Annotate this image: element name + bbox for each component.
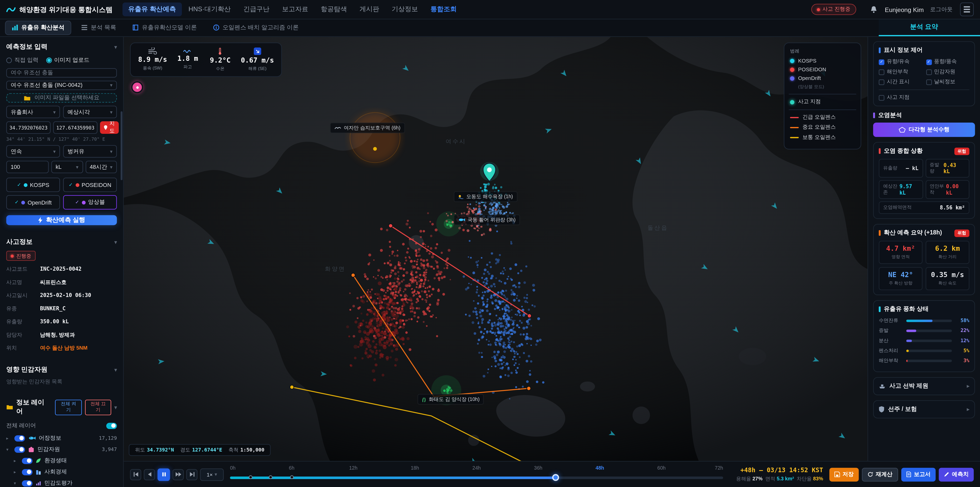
layer-row-socioeconomic[interactable]: ▸ 사회경제 — [6, 468, 117, 476]
pick-on-map-button[interactable]: 지도 — [100, 121, 118, 134]
run-prediction-button[interactable]: 확산예측 실행 — [6, 215, 117, 225]
spill-mode-select[interactable]: 연속▾ — [6, 145, 60, 158]
skip-to-end-button[interactable] — [186, 469, 197, 480]
timeline-event-marker[interactable] — [249, 475, 253, 479]
expected-time-select[interactable]: 예상시각▾ — [63, 106, 117, 118]
model-chip-opendrift[interactable]: ✓OpenDrift — [6, 195, 60, 209]
analysis-summary-header[interactable]: 분석 요약 — [868, 19, 980, 36]
layer-toggle[interactable] — [22, 457, 33, 463]
timeline-event-marker[interactable] — [269, 475, 273, 479]
collapse-chevron-icon[interactable]: ▾ — [115, 44, 117, 50]
longitude-input[interactable]: 127.674359903 — [53, 121, 97, 134]
timeline-slider[interactable]: 0h 6h 12h 18h 24h 36h 48h 60h 72h — [230, 464, 723, 485]
poi-label-seaweed-farm[interactable]: 화태도 김 양식장 (10h) — [417, 394, 484, 405]
timeline-track[interactable] — [230, 476, 723, 479]
master-layer-toggle[interactable] — [106, 422, 117, 428]
spill-company-select[interactable]: 유출회사▾ — [6, 106, 60, 118]
skip-to-start-button[interactable] — [130, 469, 141, 480]
layer-toggle[interactable] — [14, 435, 25, 441]
map-status-bar: 위도34.7392°N 경도127.6744°E 축척1:50,000 — [129, 444, 270, 456]
sensitive-section-subtitle: 영향받는 민감자원 목록 — [6, 378, 117, 386]
checkbox-wind[interactable]: ✓풍향/풍속 — [926, 58, 969, 65]
tab-analysis-list[interactable]: 분석 목록 — [75, 21, 122, 34]
model-chip-ensemble[interactable]: ✓앙상블 — [63, 195, 117, 209]
unit-select[interactable]: kL▾ — [51, 161, 83, 173]
radio-direct-input[interactable]: 직접 입력 — [6, 56, 38, 64]
poi-label-fish-market[interactable]: 국동 활어 위판장 (3h) — [454, 214, 520, 225]
layer-toggle[interactable] — [14, 446, 25, 452]
layers-all-off-button[interactable]: 전체 끄기 — [85, 399, 111, 415]
layer-row-sensitivity-eval[interactable]: ▾ 민감도평가 — [6, 479, 117, 487]
section-accent-icon — [879, 230, 880, 236]
nav-item-aerial-search[interactable]: 항공탐색 — [315, 3, 353, 16]
recalculate-button[interactable]: 재계산 — [862, 468, 898, 481]
checkbox-current[interactable]: ✓유향/유속 — [879, 58, 922, 65]
nav-item-weather[interactable]: 기상정보 — [386, 3, 424, 16]
checkbox-shore-adhesion[interactable]: ✓해안부착 — [879, 68, 922, 76]
playback-controls: 1×▾ — [130, 468, 224, 481]
model-chip-poseidon[interactable]: ✓POSEIDON — [63, 178, 117, 192]
collapse-chevron-icon[interactable]: ▾ — [115, 404, 117, 410]
incident-active-badge[interactable]: 사고 진행중 — [811, 4, 856, 15]
forecast-cell-speed: 0.35 m/s확산 속도 — [926, 267, 969, 291]
fast-forward-button[interactable] — [172, 469, 184, 480]
layer-row-eco[interactable]: ▸ 환경생태 — [6, 457, 117, 465]
layer-toggle[interactable] — [22, 469, 33, 475]
tab-diffusion-analysis[interactable]: 유출유 확산분석 — [5, 21, 72, 35]
incident-select[interactable]: 여수 유조선 충돌 (INC-0042)▾ — [6, 81, 117, 90]
right-sidebar: 분석 요약 표시 정보 제어 ✓유향/유속 ✓풍향/풍속 ✓해안부착 ✓민감자원… — [867, 19, 980, 461]
timeline-handle[interactable] — [552, 474, 559, 481]
model-chip-kosps[interactable]: ✓KOSPS — [6, 178, 60, 192]
owner-insurance-collapsible[interactable]: 선주 / 보험▸ — [873, 400, 975, 418]
nav-item-hns[interactable]: HNS·대기확산 — [183, 3, 236, 16]
master-layer-label: 전체 레이어 — [6, 422, 36, 430]
nav-item-integrated-search[interactable]: 통합조회 — [425, 3, 463, 16]
timeline-event-marker[interactable] — [290, 475, 293, 479]
layer-row-fishery[interactable]: ▸ 어장정보17,129 — [6, 434, 117, 442]
map-canvas[interactable]: 8.9 m/s 풍속 (SW) 1.8 m 파고 9.2°C 수온 0.67 m… — [124, 36, 867, 461]
prediction-value-button[interactable]: 예측치 — [939, 468, 974, 481]
collapse-chevron-icon[interactable]: ▾ — [115, 367, 117, 372]
checkbox-sensitive-resources[interactable]: ✓민감자원 — [926, 68, 969, 76]
checkbox-weather-info[interactable]: ✓날씨정보 — [926, 78, 969, 86]
save-button[interactable]: 저장 — [829, 468, 859, 481]
weathering-bar-evaporation: 증발22% — [879, 327, 969, 334]
layer-row-sensitive[interactable]: ▾ 민감자원3,947 — [6, 445, 117, 453]
polygon-analysis-button[interactable]: 다각형 분석수행 — [873, 123, 975, 137]
nav-item-reports[interactable]: 보고자료 — [277, 3, 314, 16]
stat-cell-evaporated: 증발량0.43 kL — [925, 159, 969, 177]
radio-image-upload[interactable]: 이미지 업로드 — [46, 56, 89, 64]
tab-boom-algorithm-theory[interactable]: 오일펜스 배치 알고리즘 이론 — [207, 21, 305, 34]
checkbox-incident-point[interactable]: ✓사고 지점 — [879, 94, 969, 101]
pause-button[interactable] — [158, 468, 170, 481]
section-accent-icon — [873, 113, 875, 118]
layer-toggle[interactable] — [22, 480, 33, 486]
incident-name-input[interactable]: 여수 유조선 충돌 — [6, 68, 117, 78]
tab-model-theory[interactable]: 유출유확산모델 이론 — [126, 21, 203, 34]
image-file-dropzone[interactable]: 이미지 파일을 선택하세요 — [6, 93, 117, 103]
vessel-spec-collapsible[interactable]: 사고 선박 제원▸ — [873, 377, 975, 395]
incident-row: 담당자남해청, 방제과 — [6, 330, 117, 340]
checkbox-time-display[interactable]: ✓시간 표시 — [879, 78, 922, 86]
nav-item-board[interactable]: 게시판 — [354, 3, 385, 16]
poi-label-beach[interactable]: 오동도 해수욕장 (1h) — [454, 191, 517, 202]
hamburger-menu-button[interactable] — [960, 3, 974, 16]
sensitive-poi-marker-button[interactable] — [131, 81, 143, 93]
notification-bell-icon[interactable] — [870, 6, 877, 13]
incident-status-badge: 진행중 — [6, 251, 35, 261]
nav-item-rescue[interactable]: 긴급구난 — [238, 3, 275, 16]
step-back-button[interactable] — [144, 469, 155, 480]
layers-all-on-button[interactable]: 전체 켜기 — [55, 399, 82, 415]
report-button[interactable]: 보고서 — [901, 468, 935, 481]
poi-label-wetland[interactable]: 여자만 습지보호구역 (6h) — [330, 123, 405, 133]
logout-button[interactable]: 로그아웃 — [930, 5, 953, 14]
duration-select[interactable]: 48시간▾ — [85, 161, 117, 173]
playback-speed-select[interactable]: 1×▾ — [200, 468, 224, 481]
sidebar-scrollbar[interactable] — [121, 111, 123, 180]
latitude-input[interactable]: 34.7392076023 — [6, 121, 51, 134]
amount-input[interactable]: 100 — [6, 161, 49, 173]
collapse-chevron-icon[interactable]: ▾ — [115, 239, 117, 245]
map-legend: 범례 KOSPS POSEIDON OpenDrift (앙상블 모드) 사고 … — [784, 43, 861, 150]
oil-type-select[interactable]: 벙커유▾ — [63, 145, 117, 158]
nav-item-oil-spill-prediction[interactable]: 유출유 확산예측 — [123, 3, 181, 16]
